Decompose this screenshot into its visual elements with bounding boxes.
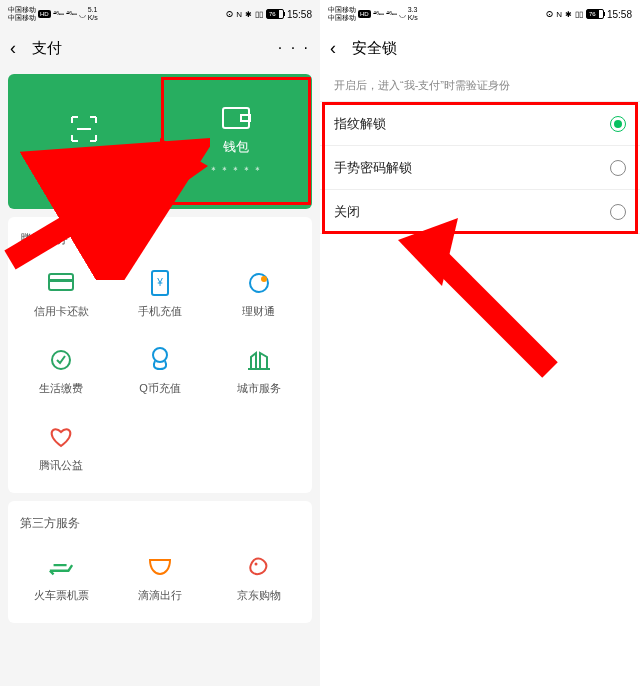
wifi-icon: ◡ [79, 10, 86, 19]
radio-selected-icon [610, 116, 626, 132]
clock: 15:58 [287, 9, 312, 20]
svc-city[interactable]: 城市服务 [209, 333, 308, 410]
option-off[interactable]: 关闭 [320, 190, 640, 234]
radio-icon [610, 160, 626, 176]
page-title: 安全锁 [352, 39, 397, 58]
more-icon[interactable]: · · · [278, 39, 310, 57]
hd-badge: HD [38, 10, 51, 18]
navbar: ‹ 支付 · · · [0, 28, 320, 68]
signal-icon: ⁴⁶┉ [53, 10, 64, 19]
life-pay-icon [48, 347, 74, 373]
city-icon [246, 347, 272, 373]
net-speed-unit: K/s [88, 14, 98, 22]
net-speed: 3.3 [408, 6, 418, 14]
status-bar: 中国移动 中国移动 HD ⁴⁶┉ ⁴⁶┉ ◡ 5.1 K/s ⵙ N ✱ ▯▯ [0, 0, 320, 28]
carrier-label: 中国移动 [328, 6, 356, 14]
thirdparty-title: 第三方服务 [12, 511, 308, 540]
credit-card-icon [48, 270, 74, 296]
svg-rect-0 [223, 108, 249, 128]
tencent-title: 腾讯服务 [12, 227, 308, 256]
right-screen: 中国移动 中国移动 HD ⁴⁶┉ ⁴⁶┉ ◡ 3.3 K/s ⵙ N ✱ ▯▯ [320, 0, 640, 686]
hint-text: 开启后，进入“我-支付”时需验证身份 [320, 68, 640, 101]
svc-jd[interactable]: 京东购物 [209, 540, 308, 617]
carrier-label: 中国移动 [8, 6, 36, 14]
receive-pay-tile[interactable]: 收付款 [8, 74, 160, 209]
svg-text:¥: ¥ [156, 277, 163, 288]
signal-icon: ⁴⁶┉ [386, 10, 397, 19]
signal-icon: ⁴⁶┉ [373, 10, 384, 19]
nfc-icon: N [236, 10, 242, 19]
svc-train[interactable]: 火车票机票 [12, 540, 111, 617]
option-gesture[interactable]: 手势密码解锁 [320, 146, 640, 190]
svc-licai[interactable]: 理财通 [209, 256, 308, 333]
svg-point-9 [153, 348, 167, 362]
tencent-card: 腾讯服务 信用卡还款 ¥ 手机充值 理财通 生活缴费 [8, 217, 312, 493]
svc-life-pay[interactable]: 生活缴费 [12, 333, 111, 410]
status-bar: 中国移动 中国移动 HD ⁴⁶┉ ⁴⁶┉ ◡ 3.3 K/s ⵙ N ✱ ▯▯ [320, 0, 640, 28]
didi-icon [147, 554, 173, 580]
charity-icon [48, 424, 74, 450]
radio-icon [610, 204, 626, 220]
jd-icon [246, 554, 272, 580]
vibrate-icon: ▯▯ [575, 10, 583, 19]
navbar: ‹ 安全锁 [320, 28, 640, 68]
left-screen: 中国移动 中国移动 HD ⁴⁶┉ ⁴⁶┉ ◡ 5.1 K/s ⵙ N ✱ ▯▯ [0, 0, 320, 686]
wallet-tile[interactable]: 钱包 ＊＊＊＊＊ [160, 74, 312, 209]
option-fingerprint[interactable]: 指纹解锁 [320, 102, 640, 146]
svg-line-14 [430, 250, 550, 370]
svg-rect-3 [49, 279, 73, 282]
phone-topup-icon: ¥ [147, 270, 173, 296]
security-options: 指纹解锁 手势密码解锁 关闭 [320, 101, 640, 234]
bluetooth-icon: ✱ [245, 10, 252, 19]
svc-didi[interactable]: 滴滴出行 [111, 540, 210, 617]
vibrate-icon: ▯▯ [255, 10, 263, 19]
back-icon[interactable]: ‹ [330, 38, 352, 59]
pay-hero: 收付款 钱包 ＊＊＊＊＊ [8, 74, 312, 209]
battery-icon: 76 [266, 9, 284, 19]
carrier-label: 中国移动 [8, 14, 36, 22]
svg-point-7 [261, 276, 267, 282]
svc-credit-card[interactable]: 信用卡还款 [12, 256, 111, 333]
svc-charity[interactable]: 腾讯公益 [12, 410, 111, 487]
thirdparty-card: 第三方服务 火车票机票 滴滴出行 京东购物 [8, 501, 312, 623]
qr-scan-icon [69, 114, 99, 144]
page-title: 支付 [32, 39, 62, 58]
eye-icon: ⵙ [226, 10, 233, 19]
receive-pay-label: 收付款 [65, 152, 104, 170]
qcoin-icon [147, 347, 173, 373]
eye-icon: ⵙ [546, 10, 553, 19]
net-speed: 5.1 [88, 6, 98, 14]
carrier-label: 中国移动 [328, 14, 356, 22]
wallet-icon [221, 106, 251, 130]
hd-badge: HD [358, 10, 371, 18]
net-speed-unit: K/s [408, 14, 418, 22]
wallet-balance: ＊＊＊＊＊ [209, 164, 264, 177]
nfc-icon: N [556, 10, 562, 19]
signal-icon: ⁴⁶┉ [66, 10, 77, 19]
wallet-label: 钱包 [223, 138, 249, 156]
licai-icon [246, 270, 272, 296]
wifi-icon: ◡ [399, 10, 406, 19]
svg-point-10 [254, 563, 257, 566]
bluetooth-icon: ✱ [565, 10, 572, 19]
svc-qcoin[interactable]: Q币充值 [111, 333, 210, 410]
train-icon [48, 554, 74, 580]
back-icon[interactable]: ‹ [10, 38, 32, 59]
svc-phone-topup[interactable]: ¥ 手机充值 [111, 256, 210, 333]
battery-icon: 76 [586, 9, 604, 19]
clock: 15:58 [607, 9, 632, 20]
